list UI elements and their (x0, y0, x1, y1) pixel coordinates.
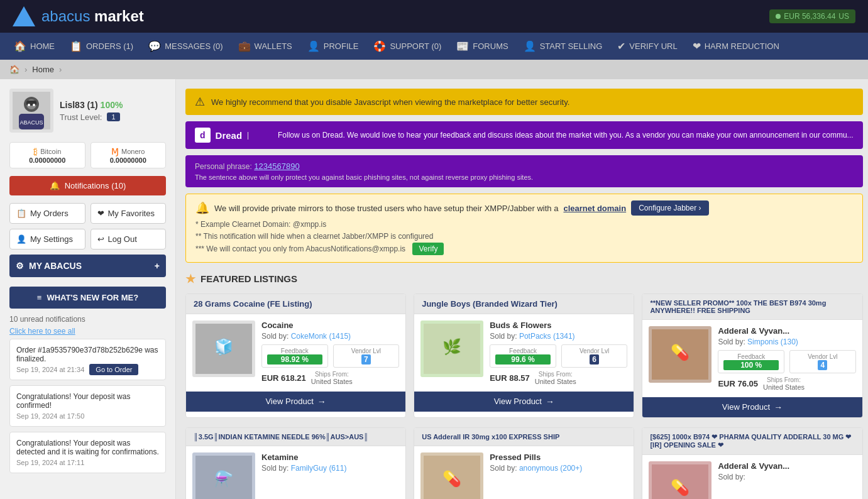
btc-wallet[interactable]: ₿ Bitcoin 0.00000000 (9, 142, 85, 168)
settings-btn-icon: 👤 (16, 234, 26, 244)
forums-icon: 📰 (456, 40, 469, 52)
my-abacus-label: MY ABACUS (29, 261, 82, 271)
unread-count: 10 unread notifications (9, 315, 166, 324)
nav-orders-label: ORDERS (1) (86, 41, 133, 51)
listing-title-2[interactable]: Jungle Boys (Branded Wizard Tier) (414, 294, 634, 314)
arrow-icon-3: → (774, 402, 783, 412)
seller-link-3[interactable]: Simponis (130) (747, 337, 798, 346)
listing-title-1[interactable]: 28 Grams Cocaine (FE Listing) (186, 294, 405, 314)
phrase-label: Personal phrase: (195, 162, 252, 171)
nav-profile-label: PROFILE (324, 41, 359, 51)
breadcrumb-home[interactable]: Home (32, 65, 54, 74)
listing-title-4[interactable]: ║3.5G║INDIAN KETAMINE NEEDLE 96%║AUS>AUS… (186, 428, 405, 446)
listing-body-2: 🌿 Buds & Flowers Sold by: PotPacks (1341… (414, 314, 634, 392)
product-details-6: Adderal & Vyvan... Sold by: (718, 461, 855, 499)
home-breadcrumb-icon[interactable]: 🏠 (9, 65, 19, 74)
seller-link-5[interactable]: anonymous (200+) (519, 464, 582, 473)
featured-listings-row2: ║3.5G║INDIAN KETAMINE NEEDLE 96%║AUS>AUS… (185, 427, 863, 499)
nav-orders[interactable]: 📋 ORDERS (1) (62, 33, 141, 60)
seller-link-4[interactable]: FamilyGuy (611) (291, 464, 347, 473)
sold-by-2: Sold by: PotPacks (1341) (490, 332, 627, 341)
my-orders-button[interactable]: 📋 My Orders (9, 203, 85, 224)
harm-reduction-icon: ❤ (693, 40, 701, 52)
my-favorites-button[interactable]: ❤ My Favorites (91, 203, 167, 224)
dread-title: Dread (216, 130, 243, 141)
jabber-box: 🔔 We will provide private mirrors to tho… (185, 194, 863, 263)
trust-level: Trust Level: 1 (60, 112, 123, 122)
verify-button[interactable]: Verify (412, 243, 444, 255)
seller-link-1[interactable]: CokeMonk (1415) (291, 332, 351, 341)
notif-text-2: Congratulations! Your deposit was confir… (16, 392, 159, 410)
orders-btn-icon: 📋 (16, 209, 26, 218)
listing-card-2: Jungle Boys (Branded Wizard Tier) 🌿 Buds… (414, 293, 634, 418)
my-settings-button[interactable]: 👤 My Settings (9, 229, 85, 250)
feedback-box-2: Feedback 99.6 % (490, 344, 556, 368)
xmr-icon: Ɱ (111, 146, 119, 156)
nav-messages[interactable]: 💬 MESSAGES (0) (141, 33, 230, 60)
notifications-button[interactable]: 🔔 Notifications (10) (9, 176, 166, 195)
svg-text:💊: 💊 (671, 478, 689, 496)
vendor-box-1: Vendor Lvl 7 (333, 344, 400, 368)
nav-harm-reduction[interactable]: ❤ HARM REDUCTION (685, 33, 787, 60)
listing-title-3[interactable]: **NEW SELLER PROMO** 100x THE BEST B974 … (642, 294, 862, 320)
notification-item-2: Congratulations! Your deposit was confir… (9, 385, 166, 427)
log-out-button[interactable]: ↩ Log Out (91, 229, 167, 250)
section-title: ★ FEATURED LISTINGS (185, 272, 863, 286)
messages-icon: 💬 (148, 40, 161, 52)
logout-btn-icon: ↩ (97, 234, 104, 244)
go-to-order-link[interactable]: Go to Order (89, 364, 138, 375)
logo[interactable]: abacus market (13, 6, 144, 26)
listing-card-6: [$625] 1000x B974 ❤ PHARMA QUALITY ADDER… (642, 427, 862, 499)
btc-icon: ₿ (33, 146, 38, 156)
feedback-box-1: Feedback 98.92 % (261, 344, 328, 368)
view-product-btn-2[interactable]: View Product → (414, 392, 634, 412)
dread-logo: d (195, 128, 211, 143)
featured-listings-row1: 28 Grams Cocaine (FE Listing) 🧊 Cocaine … (185, 293, 863, 418)
notifications-list: 10 unread notifications Click here to se… (9, 315, 166, 473)
vendor-val-1: 7 (361, 354, 371, 365)
nav-start-selling[interactable]: 👤 START SELLING (516, 33, 610, 60)
my-abacus-button[interactable]: ⚙ MY ABACUS + (9, 255, 166, 277)
user-card: ABACUS Lisl83 (1) 100% Trust Level: 1 (9, 89, 166, 133)
vendor-val-2: 6 (590, 354, 599, 365)
xmr-wallet[interactable]: Ɱ Monero 0.00000000 (91, 142, 167, 168)
view-product-btn-1[interactable]: View Product → (186, 392, 405, 412)
listing-body-1: 🧊 Cocaine Sold by: CokeMonk (1415) Feedb… (186, 314, 405, 392)
feedback-val-2: 99.6 % (495, 354, 551, 365)
nav-forums[interactable]: 📰 FORUMS (449, 33, 515, 60)
price-ships-3: EUR 76.05 Ships From: United States (718, 376, 855, 391)
vendor-box-3: Vendor Lvl 4 (789, 350, 856, 373)
nav-profile[interactable]: 👤 PROFILE (300, 33, 366, 60)
sold-by-6: Sold by: (718, 473, 855, 481)
view-product-btn-3[interactable]: View Product → (642, 397, 862, 417)
nav-home[interactable]: 🏠 HOME (6, 33, 62, 60)
wallets-icon: 💼 (238, 40, 251, 52)
phrase-value[interactable]: 1234567890 (254, 162, 299, 171)
nav-home-label: HOME (30, 41, 55, 51)
product-type-3: Adderal & Vyvan... (718, 326, 855, 336)
main-nav: 🏠 HOME 📋 ORDERS (1) 💬 MESSAGES (0) 💼 WAL… (0, 33, 868, 60)
jabber-main-text: We will provide private mirrors to those… (214, 204, 558, 213)
nav-support[interactable]: 🛟 SUPPORT (0) (366, 33, 449, 60)
clearnet-domain-link[interactable]: clearnet domain (563, 204, 626, 213)
product-image-3: 💊 (649, 326, 711, 383)
listing-title-5[interactable]: US Adderall IR 30mg x100 EXPRESS SHIP (414, 428, 634, 446)
nav-verify-url[interactable]: ✔ VERIFY URL (610, 33, 684, 60)
whats-new-box[interactable]: ≡ WHAT'S NEW FOR ME? (9, 287, 166, 309)
nav-wallets[interactable]: 💼 WALLETS (231, 33, 300, 60)
click-here-link[interactable]: Click here to see all (9, 327, 166, 336)
notif-time-3: Sep 19, 2024 at 17:11 (16, 459, 159, 466)
configure-jabber-button[interactable]: Configure Jabber › (631, 200, 708, 216)
my-settings-label: My Settings (30, 234, 73, 244)
notif-text-1: Order #1a9535790e37d78b252b629e was fina… (16, 346, 159, 363)
nav-wallets-label: WALLETS (255, 41, 292, 51)
personal-phrase-box: Personal phrase: 1234567890 The sentence… (185, 155, 863, 187)
breadcrumb-arrow: › (25, 65, 27, 74)
whats-new-title: ≡ WHAT'S NEW FOR ME? (19, 293, 157, 302)
balance-badge: EUR 56,336.44 US (769, 9, 855, 23)
balance-currency: US (838, 12, 849, 21)
arrow-icon-2: → (546, 397, 554, 407)
support-icon: 🛟 (373, 40, 386, 52)
listing-title-6[interactable]: [$625] 1000x B974 ❤ PHARMA QUALITY ADDER… (642, 428, 862, 455)
seller-link-2[interactable]: PotPacks (1341) (519, 332, 575, 341)
